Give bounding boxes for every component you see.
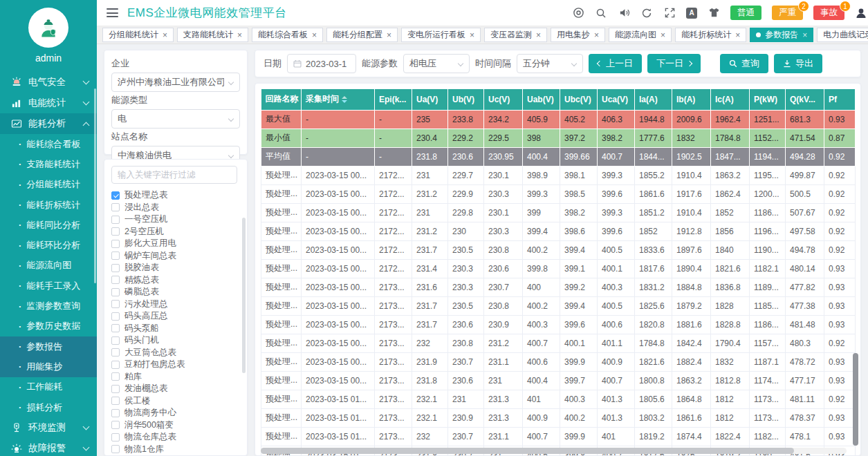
meter-item[interactable]: 侯工楼: [111, 395, 243, 408]
sidebar-item[interactable]: 损耗分析: [0, 397, 97, 417]
meter-item[interactable]: 污水处理总: [111, 298, 243, 311]
sidebar-item[interactable]: 参数报告: [0, 336, 97, 357]
table-row[interactable]: 预处理... 2023-03-15 00... 2173... 232 230.…: [261, 334, 856, 352]
user-avatar-icon[interactable]: [855, 7, 867, 19]
checkbox[interactable]: [111, 312, 120, 321]
volume-icon[interactable]: [618, 7, 630, 19]
checkbox[interactable]: [111, 409, 120, 417]
checkbox[interactable]: [111, 324, 120, 332]
sidebar-group-power-statistics[interactable]: 电能统计: [0, 93, 97, 113]
table-row[interactable]: 预处理... 2023-03-15 00... 2172... 231.2 22…: [261, 184, 856, 203]
column-header[interactable]: Q(kV...: [786, 89, 824, 110]
meter-item[interactable]: 膨化大豆用电: [111, 238, 243, 250]
column-header[interactable]: Epi(k...: [375, 89, 412, 110]
column-header[interactable]: Ua(V): [412, 89, 448, 110]
table-row[interactable]: 预处理... 2023-03-15 01... 2173... 232 230.…: [261, 427, 856, 446]
query-button[interactable]: 查询: [720, 54, 768, 73]
checkbox[interactable]: [111, 227, 120, 236]
tab[interactable]: 能耗综合看板: [252, 28, 323, 42]
horizontal-scrollbar-thumb[interactable]: [261, 448, 794, 454]
column-header[interactable]: Ib(A): [672, 89, 711, 110]
meter-item[interactable]: 润华500箱变: [111, 419, 243, 432]
meter-item[interactable]: 码头门机: [111, 334, 243, 347]
tab[interactable]: 变电所运行看板: [401, 28, 481, 42]
interval-select[interactable]: 五分钟: [517, 54, 583, 73]
checkbox[interactable]: [111, 361, 120, 369]
badge-normal[interactable]: 普通: [730, 6, 761, 20]
column-header[interactable]: Ubc(V): [560, 89, 598, 110]
search-icon[interactable]: [595, 7, 607, 19]
meter-list-scrollbar[interactable]: [242, 218, 246, 373]
sidebar-item[interactable]: 分组能耗统计: [0, 175, 97, 195]
sidebar-group-energy-analysis[interactable]: 能耗分析: [0, 113, 97, 134]
refresh-icon[interactable]: [640, 7, 653, 19]
tab-close-icon[interactable]: [661, 31, 665, 39]
meter-item[interactable]: 2号空压机: [111, 226, 243, 238]
column-header[interactable]: 采集时间: [302, 89, 375, 110]
checkbox[interactable]: [111, 385, 120, 393]
column-header[interactable]: Ia(A): [635, 89, 672, 110]
export-button[interactable]: 导出: [774, 54, 822, 73]
tab-close-icon[interactable]: [594, 31, 599, 39]
tab[interactable]: 支路能耗统计: [177, 28, 248, 42]
tab[interactable]: 电力曲线记录: [817, 28, 868, 42]
sidebar-item[interactable]: 支路能耗统计: [0, 154, 97, 174]
checkbox[interactable]: [111, 433, 120, 441]
tab-close-icon[interactable]: [735, 31, 740, 39]
tab[interactable]: 用电集抄: [551, 28, 605, 42]
column-header[interactable]: Uab(V): [523, 89, 560, 110]
tab[interactable]: 能耗分组配置: [326, 28, 398, 42]
target-ring-icon[interactable]: [572, 7, 584, 19]
param-select[interactable]: 相电压: [403, 54, 470, 73]
horizontal-scrollbar[interactable]: [261, 448, 847, 454]
sidebar-item[interactable]: 监测参数查询: [0, 296, 97, 316]
table-row[interactable]: 预处理... 2023-03-15 01... 2173... 232.1 23…: [261, 408, 856, 427]
sidebar-item[interactable]: 工作能耗: [0, 377, 97, 397]
column-header[interactable]: P(kW): [750, 89, 786, 110]
meter-item[interactable]: 物流商务中心: [111, 407, 243, 419]
vertical-scrollbar[interactable]: [853, 89, 858, 446]
meter-item[interactable]: 脱胶油表: [111, 262, 243, 274]
table-row[interactable]: 预处理... 2023-03-15 00... 2173... 231.7 23…: [261, 296, 856, 315]
table-row[interactable]: 预处理... 2023-03-15 00... 2172... 231.2 23…: [261, 222, 856, 240]
checkbox[interactable]: [111, 264, 120, 272]
meter-item[interactable]: 码头高压总: [111, 310, 243, 323]
checkbox[interactable]: [111, 372, 120, 381]
badge-serious[interactable]: 严重 2: [772, 6, 803, 20]
table-row[interactable]: 预处理... 2023-03-15 00... 2173... 231.7 23…: [261, 315, 856, 334]
fullscreen-icon[interactable]: [663, 7, 676, 19]
sidebar-group-fault-alarm[interactable]: 故障报警: [0, 438, 97, 456]
meter-item[interactable]: 物流1仓库: [111, 444, 243, 456]
language-icon[interactable]: [686, 8, 697, 19]
sidebar-group-electrical-safety[interactable]: 电气安全: [0, 72, 97, 93]
sort-icon[interactable]: [342, 96, 347, 103]
select-dropdown[interactable]: 电: [111, 109, 240, 129]
column-header[interactable]: Pf: [824, 89, 856, 110]
checkbox[interactable]: [111, 288, 120, 296]
sidebar-item[interactable]: 能耗折标统计: [0, 195, 97, 215]
checkbox[interactable]: [111, 397, 120, 405]
checkbox[interactable]: [111, 203, 120, 211]
tab[interactable]: 变压器监测: [484, 28, 547, 42]
checkbox[interactable]: [111, 191, 120, 200]
table-row[interactable]: 预处理... 2023-03-15 00... 2173... 231.6 23…: [261, 278, 856, 296]
checkbox[interactable]: [111, 336, 120, 345]
meter-item[interactable]: 浸出总表: [111, 202, 243, 214]
column-header[interactable]: 回路名称: [261, 89, 302, 110]
table-row[interactable]: 预处理... 2023-03-15 00... 2172... 231 229.…: [261, 166, 856, 184]
meter-item[interactable]: 码头泵船: [111, 323, 243, 335]
meter-item[interactable]: 精炼总表: [111, 274, 243, 287]
date-input[interactable]: 2023-03-1: [287, 54, 356, 73]
tab[interactable]: 能源流向图: [609, 28, 672, 42]
tab-close-icon[interactable]: [536, 31, 541, 39]
tab-close-icon[interactable]: [470, 31, 474, 39]
sidebar-item[interactable]: 能耗环比分析: [0, 235, 97, 255]
checkbox[interactable]: [111, 300, 120, 308]
select-dropdown[interactable]: 泸州中海粮油工业有限公司: [111, 73, 240, 92]
keyword-filter-input[interactable]: [111, 166, 237, 184]
meter-item[interactable]: 豆粕打包房总表: [111, 359, 243, 371]
meter-item[interactable]: 物流仓库总表: [111, 431, 243, 444]
sidebar-item[interactable]: 能源流向图: [0, 256, 97, 276]
sidebar-scrollbar[interactable]: [94, 88, 96, 283]
sidebar-item[interactable]: 能耗同比分析: [0, 215, 97, 235]
